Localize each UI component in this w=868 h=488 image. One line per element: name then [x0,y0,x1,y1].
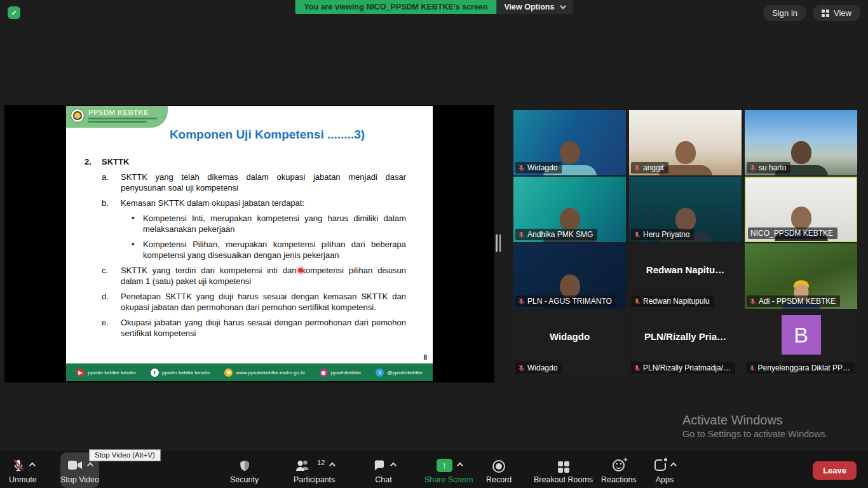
slide-bullet-item: • Kompetensi Pilihan, merupakan kompeten… [85,239,406,261]
participant-name-tag: Andhika PMK SMG [515,229,597,240]
apps-icon [654,459,666,471]
footer-social-item: f ppsdm kebtke kesdm [151,369,210,377]
panel-resize-handle[interactable] [496,234,501,252]
chat-button[interactable]: Chat [372,451,395,488]
chevron-up-icon[interactable] [329,462,336,468]
slide-bullet-item: • Kompetensi Inti, merupakan kompetensi … [85,213,406,234]
mic-muted-icon [634,165,641,172]
participant-avatar: B [782,315,821,355]
reactions-label: Reactions [601,475,637,484]
slide-logo-text: PPSDM KEBTKE [88,109,157,116]
mic-muted-icon [634,365,641,372]
slide-item: e. Okupasi jabatan yang diuji harus sesu… [85,317,406,339]
mic-muted-icon [518,231,525,238]
mic-muted-icon [518,365,525,372]
security-label: Security [230,475,259,484]
view-options-button[interactable]: View Options [496,0,573,14]
video-tile[interactable]: Redwan Napitu… Redwan Napitupulu [629,243,742,309]
chevron-up-icon[interactable] [390,462,397,468]
leave-button[interactable]: Leave [813,461,857,480]
mic-muted-icon [749,298,756,305]
chevron-up-icon[interactable] [29,462,36,468]
activate-windows-watermark: Activate Windows Go to Settings to activ… [682,413,828,439]
chevron-down-icon [560,3,566,10]
youtube-icon: ▶ [76,369,85,377]
participant-name-tag: Penyelenggara Diklat PP… [747,362,855,374]
participants-video-grid: Widagdo anggit su harto Andhika PMK SMG … [513,110,857,376]
share-screen-label: Share Screen [424,475,473,484]
presentation-slide: PPSDM KEBTKE Komponen Uji Kompetensi ...… [66,106,433,381]
unmute-label: Unmute [9,475,37,484]
video-tile[interactable]: Andhika PMK SMG [513,177,626,242]
unmute-button[interactable]: Unmute [9,451,37,488]
participants-label: Participants [294,475,335,484]
ppsdm-logo-icon [71,109,85,123]
participants-count-badge: 12 [317,459,325,466]
chevron-up-icon[interactable] [457,462,463,468]
chat-label: Chat [375,475,391,484]
video-tile[interactable]: su harto [745,110,857,175]
stop-video-tooltip: Stop Video (Alt+V) [89,449,161,461]
share-screen-icon: ↑ [437,459,452,472]
participant-name-tag: Widagdo [515,162,562,173]
mic-muted-icon [749,165,756,172]
breakout-rooms-label: Breakout Rooms [534,475,593,484]
security-shield-icon[interactable]: ✓ [8,6,20,19]
video-tile[interactable]: B Penyelenggara Diklat PP… [745,310,857,376]
chevron-up-icon[interactable] [670,462,677,468]
footer-social-item: t @ppsdmkebtke [376,369,423,377]
participant-name-tag: Redwan Napitupulu [631,295,714,307]
shared-screen-stage: PPSDM KEBTKE Komponen Uji Kompetensi ...… [4,105,494,383]
banner-text: You are viewing NICO_PPSDM KEBTKE's scre… [295,0,497,14]
instagram-icon: ◉ [320,369,328,377]
facebook-icon: f [151,369,159,377]
participant-center-name: Redwan Napitu… [629,264,742,275]
slide-title: Komponen Uji Kompetensi ........3) [111,128,424,142]
slide-item: b. Kemasan SKTTK dalam okupasi jabatan t… [85,198,406,208]
participant-name-tag: PLN/Rizally Priatmadja/… [631,362,735,374]
video-tile[interactable]: Widagdo [513,110,626,175]
slide-header-logo: PPSDM KEBTKE [66,106,168,128]
record-button[interactable]: Record [486,451,512,488]
view-label: View [834,8,851,18]
apps-button[interactable]: Apps [654,451,675,488]
video-tile[interactable]: anggit [629,110,742,175]
video-tile-active-speaker[interactable]: NICO_PPSDM KEBTKE [745,177,857,242]
mic-muted-icon [518,165,525,172]
participant-name-tag: NICO_PPSDM KEBTKE [748,227,837,239]
chevron-up-icon[interactable] [87,462,93,468]
slide-page-number: 8 [423,354,427,361]
breakout-rooms-icon [558,461,569,473]
slide-item: a. SKTTK yang telah dikemas dalam okupas… [85,172,406,193]
participant-name-tag: Heru Priyatno [631,229,694,240]
participants-button[interactable]: 12 Participants [294,451,335,488]
laser-pointer-dot [298,268,302,273]
globe-icon: ⊕ [224,369,233,377]
footer-social-item: ◉ ppsdmkebtke [320,369,362,377]
security-button[interactable]: Security [230,451,259,488]
video-tile[interactable]: Adi - PPSDM KEBTKE [745,243,857,309]
footer-social-item: ⊕ www.ppsdmkebtke.esdm.go.id [224,369,304,377]
slide-footer: ▶ ppsdm kebtke kesdm f ppsdm kebtke kesd… [66,363,433,381]
share-screen-button[interactable]: ↑ Share Screen [424,451,473,488]
view-button[interactable]: View [813,5,860,21]
record-label: Record [486,475,512,484]
video-tile[interactable]: Widagdo Widagdo [513,310,626,376]
video-tile[interactable]: PLN - AGUS TRIMANTO [513,243,626,309]
video-tile[interactable]: Heru Priyatno [629,177,742,242]
apps-label: Apps [656,475,674,484]
reactions-button[interactable]: + Reactions [601,451,637,488]
mic-muted-icon [12,458,25,472]
participant-center-name: Widagdo [513,331,626,342]
participants-icon [295,459,311,471]
slide-body: 2. SKTTK a. SKTTK yang telah dikemas dal… [85,156,406,343]
view-grid-icon [822,10,829,17]
slide-item: d. Penetapan SKTTK yang diuji harus sesu… [85,291,406,313]
participant-center-name: PLN/Rizally Pria… [629,331,742,342]
sign-in-button[interactable]: Sign in [763,5,806,21]
video-tile[interactable]: PLN/Rizally Pria… PLN/Rizally Priatmadja… [629,310,742,376]
screen-share-banner: You are viewing NICO_PPSDM KEBTKE's scre… [295,0,573,14]
breakout-rooms-button[interactable]: Breakout Rooms [534,451,593,488]
view-options-label: View Options [504,3,554,11]
twitter-icon: t [376,369,384,377]
